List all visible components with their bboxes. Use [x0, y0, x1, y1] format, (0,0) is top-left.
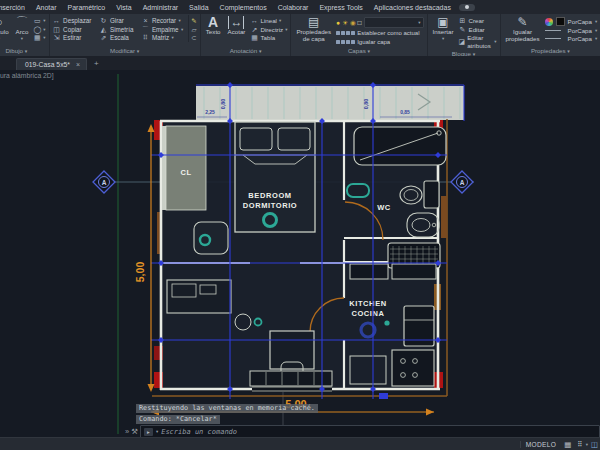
command-history: Restituyendo las ventanas en memoria cac…	[136, 404, 318, 425]
dim-label: 2,25	[205, 109, 215, 115]
scale-button[interactable]: ⇗Escala	[99, 34, 133, 43]
menu-bar: Inserción Anotar Paramétrico Vista Admin…	[0, 0, 600, 14]
trim-icon: ×	[141, 17, 149, 26]
close-tab-icon[interactable]: ×	[76, 61, 80, 68]
section-marker-left: A	[93, 171, 115, 193]
teal-dot	[384, 320, 389, 325]
kitchen-label: KITCHEN COCINA	[349, 299, 387, 318]
autocad-window: Inserción Anotar Paramétrico Vista Admin…	[0, 0, 600, 450]
command-history-line: Restituyendo las ventanas en memoria cac…	[136, 404, 318, 413]
match-layer-button[interactable]: Igualar capa	[336, 38, 423, 46]
menu-express-tools[interactable]: Express Tools	[314, 4, 368, 11]
rotate-icon: ↻	[99, 17, 107, 26]
menu-insercion[interactable]: Inserción	[0, 4, 30, 11]
chevron-down-icon: ▾	[43, 34, 45, 42]
explode-button[interactable]: ▱	[191, 26, 196, 34]
recent-commands-icon[interactable]: »	[125, 427, 129, 436]
menu-aplicaciones-destacadas[interactable]: Aplicaciones destacadas	[368, 4, 456, 11]
linetype-dropdown[interactable]: PorCapa▾	[545, 35, 598, 42]
panel-capas: ▤ Propiedades de capa ● ☀ ◉ □ ▾ Establec…	[291, 14, 427, 56]
table-button[interactable]: ▦Tabla	[250, 34, 287, 42]
move-button[interactable]: ↔Desplazar	[53, 17, 92, 26]
color-swatch-icon	[556, 17, 565, 26]
create-block-button[interactable]: ⊞Crear	[459, 17, 497, 25]
linear-dim-button[interactable]: ↔Lineal▾	[250, 17, 287, 25]
layer-thaw-icon[interactable]: ☀	[342, 19, 348, 27]
mirror-button[interactable]: ◭Simetría	[99, 26, 133, 35]
customize-wrench-icon[interactable]: ⚒	[131, 427, 138, 436]
hatch-icon: ▦	[33, 34, 41, 42]
menu-administrar[interactable]: Administrar	[137, 4, 183, 11]
table-icon: ▦	[250, 34, 258, 42]
wc-label: WC	[377, 203, 391, 212]
menu-vista[interactable]: Vista	[111, 4, 137, 11]
ribbon: ○ Círculo▾ ⌒ Arco▾ ▭▾ ◯▾ ▦▾ Dibujo ▾ ↔De…	[0, 14, 600, 57]
text-button[interactable]: A Texto	[204, 15, 223, 37]
rotate-button[interactable]: ↻Girar	[99, 17, 133, 26]
modify-misc-button[interactable]: ⊂	[191, 34, 196, 42]
grid-display-icon[interactable]: ▦	[561, 440, 574, 449]
new-tab-button[interactable]: +	[87, 57, 106, 70]
stretch-button[interactable]: ⇲Estirar	[53, 34, 92, 43]
menu-colaborar[interactable]: Colaborar	[272, 4, 314, 11]
closet-label: CL	[181, 168, 192, 177]
dim-left-label: 5,00	[134, 262, 146, 283]
chevron-down-icon: ▾	[418, 19, 420, 27]
panel-label-capas[interactable]: Capas ▾	[294, 46, 423, 56]
snap-mode-icon[interactable]: ⠿	[574, 440, 586, 449]
clipped-status-icon[interactable]: ◫	[588, 440, 600, 449]
menu-anotar[interactable]: Anotar	[30, 4, 62, 11]
command-placeholder: Escriba un comando	[161, 428, 237, 436]
object-color-dropdown[interactable]: PorCapa▾	[545, 17, 598, 26]
panel-dibujo: ○ Círculo▾ ⌒ Arco▾ ▭▾ ◯▾ ▦▾ Dibujo ▾	[0, 14, 50, 56]
layer-lock-icon[interactable]: ◉	[350, 19, 356, 27]
menu-complementos[interactable]: Complementos	[214, 4, 272, 11]
stretch-icon: ⇲	[53, 34, 61, 43]
fillet-button[interactable]: ⌒Empalme▾	[141, 26, 183, 35]
chevron-down-icon: ▾	[179, 17, 181, 26]
layer-on-icon[interactable]: ●	[336, 19, 340, 27]
panel-label-modificar[interactable]: Modificar ▾	[53, 46, 197, 56]
edit-block-button[interactable]: ✎Editar	[459, 26, 497, 34]
dim-label: 0,80	[220, 99, 226, 110]
dimension-button[interactable]: ↔ Acotar	[226, 15, 248, 37]
rectangle-icon: ▭	[33, 17, 41, 25]
panel-label-propiedades[interactable]: Propiedades ▾	[504, 46, 598, 56]
panel-label-anotacion[interactable]: Anotación ▾	[204, 46, 288, 56]
menu-parametrico[interactable]: Paramétrico	[62, 4, 111, 11]
featured-apps-toggle-icon[interactable]	[459, 4, 475, 11]
lineweight-dropdown[interactable]: PorCapa▾	[545, 27, 598, 34]
erase-button[interactable]: ✎	[191, 17, 196, 25]
menu-salida[interactable]: Salida	[184, 4, 214, 11]
color-wheel-icon	[545, 18, 553, 26]
edit-block-icon: ✎	[459, 26, 467, 34]
set-current-layer-button[interactable]: Establecer como actual	[336, 29, 423, 37]
viewport-control[interactable]: ura alámbrica 2D]	[0, 72, 54, 79]
edit-attributes-button[interactable]: ◪Editar atributos▾	[459, 34, 497, 49]
chevron-down-icon: ▾	[181, 26, 183, 35]
insert-block-button[interactable]: ▣ Insertar▾	[431, 15, 456, 43]
layer-dropdown[interactable]: ▾	[364, 17, 424, 28]
panel-label-dibujo[interactable]: Dibujo ▾	[0, 46, 46, 56]
drawing-tab-label: 019-Casa 5x5*	[25, 61, 70, 68]
chevron-down-icon: ▾	[285, 26, 287, 34]
panel-propiedades: ✎ Igualar propiedades PorCapa▾ PorCapa▾	[501, 14, 600, 56]
array-button[interactable]: ⠿Matriz▾	[141, 34, 183, 43]
drawing-canvas[interactable]: ura alámbrica 2D] 0,80 0,80 2,25 0,	[0, 70, 600, 438]
copy-button[interactable]: ◫Copiar	[53, 26, 92, 35]
trim-button[interactable]: ×Recortar▾	[141, 17, 183, 26]
layer-properties-button[interactable]: ▤ Propiedades de capa	[294, 15, 333, 43]
chevron-down-icon: ▾	[21, 36, 23, 43]
array-icon: ⠿	[141, 34, 149, 43]
arc-button[interactable]: ⌒ Arco▾	[14, 15, 31, 43]
circle-button[interactable]: ○ Círculo▾	[0, 15, 11, 43]
drawing-tab[interactable]: 019-Casa 5x5* ×	[16, 58, 87, 70]
ellipse-button[interactable]: ◯▾	[33, 26, 45, 34]
hatch-button[interactable]: ▦▾	[33, 34, 45, 42]
layer-color-icon[interactable]: □	[358, 19, 362, 27]
leader-button[interactable]: ↗Directriz▾	[250, 26, 287, 34]
rectangle-button[interactable]: ▭▾	[33, 17, 45, 25]
match-properties-button[interactable]: ✎ Igualar propiedades	[504, 15, 542, 43]
create-block-icon: ⊞	[459, 17, 467, 25]
model-space-button[interactable]: MODELO	[520, 441, 561, 448]
